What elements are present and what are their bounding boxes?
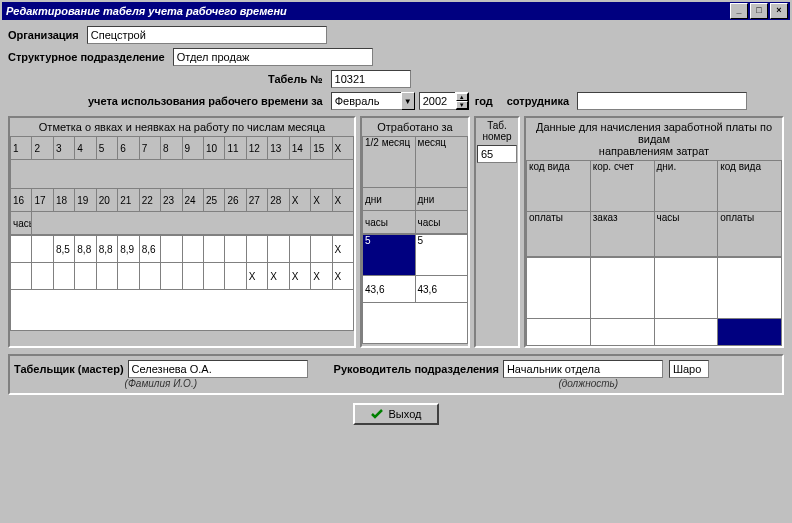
maximize-button[interactable]: □ bbox=[750, 3, 768, 19]
att-cell[interactable] bbox=[203, 263, 224, 290]
spin-down-icon[interactable]: ▼ bbox=[456, 101, 468, 109]
day-cell[interactable]: 28 bbox=[268, 189, 289, 212]
day-cell[interactable]: 13 bbox=[268, 137, 289, 160]
payroll-cell[interactable] bbox=[590, 319, 654, 346]
att-cell[interactable] bbox=[225, 263, 246, 290]
att-cell[interactable] bbox=[96, 263, 117, 290]
att-cell[interactable] bbox=[182, 263, 203, 290]
worked-d1[interactable]: 5 bbox=[363, 235, 416, 276]
payroll-cell-selected[interactable] bbox=[718, 319, 782, 346]
att-cell[interactable]: X bbox=[289, 263, 310, 290]
att-cell[interactable]: 8,5 bbox=[53, 236, 74, 263]
day-cell[interactable]: 7 bbox=[139, 137, 160, 160]
att-cell[interactable] bbox=[161, 236, 182, 263]
payroll-cell[interactable] bbox=[718, 258, 782, 319]
day-cell[interactable]: 21 bbox=[118, 189, 139, 212]
spin-up-icon[interactable]: ▲ bbox=[456, 93, 468, 101]
att-cell[interactable]: X bbox=[268, 263, 289, 290]
att-cell[interactable]: X bbox=[332, 236, 353, 263]
year-spinner[interactable]: 2002 ▲ ▼ bbox=[419, 92, 469, 110]
att-cell[interactable]: 8,8 bbox=[96, 236, 117, 263]
day-cell[interactable]: 8 bbox=[161, 137, 182, 160]
day-cell[interactable]: X bbox=[289, 189, 310, 212]
att-cell[interactable] bbox=[268, 236, 289, 263]
day-cell[interactable]: 1 bbox=[11, 137, 32, 160]
payroll-header: Данные для начисления заработной платы п… bbox=[526, 118, 782, 160]
worked-h1: 1/2 месяц bbox=[363, 137, 416, 188]
att-cell[interactable]: X bbox=[332, 263, 353, 290]
day-cell[interactable]: 3 bbox=[53, 137, 74, 160]
day-cell[interactable]: 2 bbox=[32, 137, 53, 160]
day-cell[interactable]: 17 bbox=[32, 189, 53, 212]
payroll-cell[interactable] bbox=[527, 258, 591, 319]
tabel-input[interactable]: 10321 bbox=[331, 70, 411, 88]
payroll-panel: Данные для начисления заработной платы п… bbox=[524, 116, 784, 348]
day-cell[interactable]: 16 bbox=[11, 189, 32, 212]
att-cell[interactable] bbox=[32, 236, 53, 263]
att-cell[interactable] bbox=[182, 236, 203, 263]
day-cell[interactable]: 15 bbox=[311, 137, 332, 160]
worked-d3[interactable]: 43,6 bbox=[363, 276, 416, 303]
tab-master-input[interactable]: Селезнева О.А. bbox=[128, 360, 308, 378]
att-cell[interactable] bbox=[11, 263, 32, 290]
dept-input[interactable]: Отдел продаж bbox=[173, 48, 373, 66]
att-cell[interactable] bbox=[118, 263, 139, 290]
att-cell[interactable] bbox=[311, 236, 332, 263]
extra-input[interactable]: Шаро bbox=[669, 360, 709, 378]
day-cell[interactable]: 11 bbox=[225, 137, 246, 160]
day-cell[interactable]: 4 bbox=[75, 137, 96, 160]
day-cell[interactable]: 6 bbox=[118, 137, 139, 160]
head-input[interactable]: Начальник отдела bbox=[503, 360, 663, 378]
day-cell[interactable]: 24 bbox=[182, 189, 203, 212]
att-cell[interactable] bbox=[53, 263, 74, 290]
org-input[interactable]: Спецстрой bbox=[87, 26, 327, 44]
att-cell[interactable] bbox=[139, 263, 160, 290]
worked-values: 5 5 43,6 43,6 bbox=[362, 234, 468, 344]
close-button[interactable]: × bbox=[770, 3, 788, 19]
day-cell[interactable]: X bbox=[332, 137, 353, 160]
window: Редактирование табеля учета рабочего вре… bbox=[0, 0, 792, 523]
spin-buttons[interactable]: ▲ ▼ bbox=[455, 92, 469, 110]
day-cell[interactable]: X bbox=[332, 189, 353, 212]
att-cell[interactable] bbox=[246, 236, 267, 263]
titlebar: Редактирование табеля учета рабочего вре… bbox=[2, 2, 790, 20]
att-cell[interactable] bbox=[32, 263, 53, 290]
day-cell[interactable]: 22 bbox=[139, 189, 160, 212]
month-dropdown[interactable]: Февраль ▼ bbox=[331, 92, 415, 110]
day-cell[interactable]: 10 bbox=[203, 137, 224, 160]
tabno-input[interactable]: 65 bbox=[477, 145, 517, 163]
payroll-cell[interactable] bbox=[590, 258, 654, 319]
att-cell[interactable] bbox=[203, 236, 224, 263]
att-cell[interactable] bbox=[11, 236, 32, 263]
day-cell[interactable]: 23 bbox=[161, 189, 182, 212]
day-cell[interactable]: 12 bbox=[246, 137, 267, 160]
day-cell[interactable]: 9 bbox=[182, 137, 203, 160]
day-cell[interactable]: 18 bbox=[53, 189, 74, 212]
day-cell[interactable]: 20 bbox=[96, 189, 117, 212]
emp-input[interactable] bbox=[577, 92, 747, 110]
day-cell[interactable]: 27 bbox=[246, 189, 267, 212]
day-cell[interactable]: 26 bbox=[225, 189, 246, 212]
att-cell[interactable]: 8,9 bbox=[118, 236, 139, 263]
day-cell[interactable]: 19 bbox=[75, 189, 96, 212]
payroll-cell[interactable] bbox=[654, 319, 718, 346]
att-cell[interactable]: X bbox=[311, 263, 332, 290]
worked-d2[interactable]: 5 bbox=[415, 235, 468, 276]
att-cell[interactable] bbox=[161, 263, 182, 290]
payroll-cell[interactable] bbox=[527, 319, 591, 346]
day-cell[interactable]: 14 bbox=[289, 137, 310, 160]
att-cell[interactable]: 8,6 bbox=[139, 236, 160, 263]
day-cell[interactable]: 5 bbox=[96, 137, 117, 160]
att-cell[interactable] bbox=[225, 236, 246, 263]
day-cell[interactable]: X bbox=[311, 189, 332, 212]
att-cell[interactable]: X bbox=[246, 263, 267, 290]
att-cell[interactable] bbox=[75, 263, 96, 290]
payroll-cell[interactable] bbox=[654, 258, 718, 319]
worked-d4[interactable]: 43,6 bbox=[415, 276, 468, 303]
exit-button[interactable]: Выход bbox=[353, 403, 440, 425]
minimize-button[interactable]: _ bbox=[730, 3, 748, 19]
day-cell[interactable]: 25 bbox=[203, 189, 224, 212]
att-cell[interactable]: 8,8 bbox=[75, 236, 96, 263]
chevron-down-icon[interactable]: ▼ bbox=[401, 92, 415, 110]
att-cell[interactable] bbox=[289, 236, 310, 263]
